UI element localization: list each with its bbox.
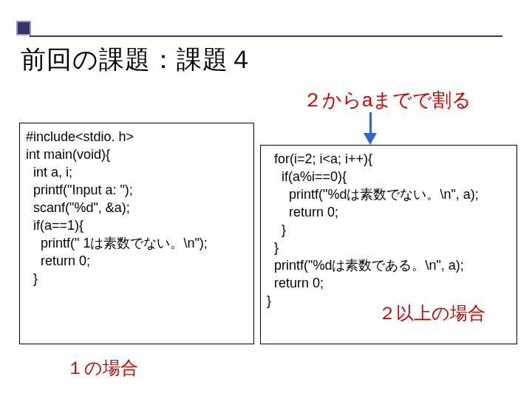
code-line: printf(" 1は素数でない。\n");: [26, 234, 248, 252]
caption-right: ２以上の場合: [378, 301, 485, 325]
code-line: return 0;: [267, 274, 511, 292]
slide-divider: [30, 35, 502, 37]
slide-title: 前回の課題：課題４: [21, 43, 254, 77]
code-line: for(i=2; i<a; i++){: [267, 150, 511, 168]
code-line: #include<stdio. h>: [26, 128, 248, 146]
caption-left: １の場合: [66, 356, 138, 380]
code-line: if(a==1){: [26, 216, 248, 234]
code-line: int a, i;: [26, 163, 248, 181]
code-line: }: [267, 239, 511, 256]
code-line: int main(void){: [26, 146, 248, 163]
slide-subtitle: ２からaまでで割る: [303, 87, 471, 113]
code-line: if(a%i==0){: [267, 168, 511, 185]
code-line: printf("%dは素数である。\n", a);: [267, 256, 511, 274]
code-line: printf("Input a: ");: [26, 181, 248, 199]
slide-bullet: [16, 21, 31, 35]
code-line: scanf("%d", &a);: [26, 199, 248, 216]
code-line: return 0;: [267, 203, 511, 221]
code-line: return 0;: [26, 252, 248, 270]
code-line: }: [267, 221, 511, 239]
code-line: printf("%dは素数でない。\n", a);: [267, 185, 511, 203]
code-block-left: #include<stdio. h> int main(void){ int a…: [19, 123, 254, 344]
arrow-icon: [362, 112, 384, 146]
code-line: }: [26, 270, 248, 287]
